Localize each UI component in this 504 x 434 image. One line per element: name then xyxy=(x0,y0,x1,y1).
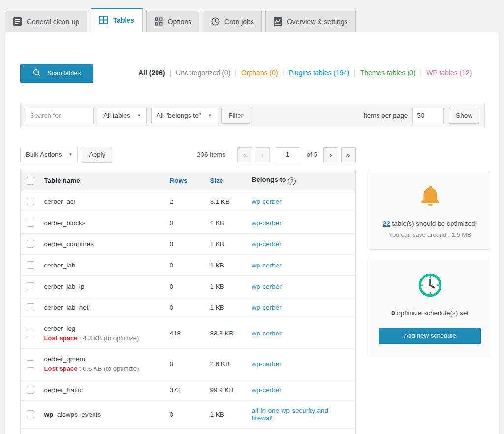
row-count: 0 xyxy=(165,297,205,318)
belongs-to-link[interactable]: all-in-one-wp-security-and-firewall xyxy=(252,407,331,422)
row-checkbox[interactable] xyxy=(27,261,34,269)
table-row: cerber_log Lost space : 4.3 KB (to optim… xyxy=(21,318,356,349)
belongs-to-link[interactable]: wp-cerber xyxy=(252,304,282,311)
bulk-actions-select[interactable]: Bulk Actions ▼ xyxy=(20,147,78,162)
belongs-to-select[interactable]: All "belongs to" ▼ xyxy=(151,108,218,123)
filter-uncategorized-link[interactable]: Uncategorized (0) xyxy=(176,69,230,77)
cron-clock-icon xyxy=(211,17,220,26)
first-page-button[interactable]: « xyxy=(237,147,252,162)
belongs-to-link[interactable]: wp-cerber xyxy=(252,360,282,367)
scan-tables-label: Scan tables xyxy=(47,69,81,77)
table-type-select-value: All tables xyxy=(103,112,130,119)
tab-label: Options xyxy=(168,18,191,26)
table-row: cerber_traffic 372 99.9 KB wp-cerber xyxy=(21,379,356,401)
row-checkbox[interactable] xyxy=(27,330,34,337)
column-header-belongs-to: Belongs to? xyxy=(247,170,356,191)
tab-cron-jobs[interactable]: Cron jobs xyxy=(203,11,262,32)
prev-page-button[interactable]: ‹ xyxy=(255,147,270,162)
main-content: Table name Rows Size Belongs to? cerber_… xyxy=(20,170,499,434)
table-name: cerber_log xyxy=(44,325,76,332)
table-size: 83.3 KB xyxy=(205,318,247,349)
tab-label: General clean-up xyxy=(27,18,79,26)
apply-button[interactable]: Apply xyxy=(82,147,112,162)
chevron-down-icon: ▼ xyxy=(69,152,73,157)
row-checkbox[interactable] xyxy=(27,198,34,205)
optimize-info-box: 22 table(s) should be optimized! You can… xyxy=(370,170,490,250)
clean-up-icon xyxy=(13,17,22,26)
table-name: cerber_traffic xyxy=(44,386,83,394)
filter-wp-tables-link[interactable]: WP tables (12) xyxy=(426,69,472,77)
schedule-info-box: 0 optimize schedule(s) set Add new sched… xyxy=(370,258,490,355)
items-count: 206 items xyxy=(197,151,226,158)
table-type-select[interactable]: All tables ▼ xyxy=(98,108,147,123)
optimize-count-link[interactable]: 22 xyxy=(383,220,390,227)
info-sidebar: 22 table(s) should be optimized! You can… xyxy=(370,170,490,355)
add-new-schedule-button[interactable]: Add new schedule xyxy=(379,328,481,344)
search-icon xyxy=(32,68,41,77)
row-checkbox[interactable] xyxy=(27,360,34,368)
filter-orphans-link[interactable]: Orphans (0) xyxy=(241,69,278,77)
filter-all-link[interactable]: All (206) xyxy=(138,69,165,77)
table-size: 3.1 KB xyxy=(205,191,247,212)
row-count: 418 xyxy=(165,318,205,349)
column-header-rows[interactable]: Rows xyxy=(165,170,205,191)
row-checkbox[interactable] xyxy=(27,303,34,311)
separator: | xyxy=(235,69,237,77)
scan-tables-button[interactable]: Scan tables xyxy=(20,64,93,82)
belongs-to-link[interactable]: wp-cerber xyxy=(252,219,282,227)
separator: | xyxy=(420,69,422,77)
belongs-to-link[interactable]: wp-cerber xyxy=(252,330,282,337)
tables-list: Table name Rows Size Belongs to? cerber_… xyxy=(20,170,356,434)
tab-tables[interactable]: Tables xyxy=(91,8,142,32)
table-name: cerber_lab_ip xyxy=(44,283,85,290)
search-input[interactable] xyxy=(26,108,94,123)
table-size: 1 KB xyxy=(205,255,247,276)
row-count: 0 xyxy=(165,255,205,276)
row-checkbox[interactable] xyxy=(27,219,34,227)
table-row: cerber_lab_net 0 1 KB wp-cerber xyxy=(21,297,356,318)
filter-button[interactable]: Filter xyxy=(221,108,250,123)
row-count: 0 xyxy=(165,234,205,255)
tab-label: Overview & settings xyxy=(287,18,348,26)
filter-themes-tables-link[interactable]: Themes tables (0) xyxy=(360,69,416,77)
row-checkbox[interactable] xyxy=(27,386,34,394)
column-header-table-name[interactable]: Table name xyxy=(39,170,165,191)
belongs-to-link[interactable]: wp-cerber xyxy=(252,386,282,394)
filter-plugins-tables-link[interactable]: Plugins tables (194) xyxy=(288,69,349,77)
row-checkbox[interactable] xyxy=(27,240,34,248)
tab-overview-settings[interactable]: Overview & settings xyxy=(265,11,356,32)
row-count: 0 xyxy=(165,276,205,297)
total-pages-label: of 5 xyxy=(306,151,317,158)
table-header-row: Table name Rows Size Belongs to? xyxy=(21,170,356,191)
options-icon xyxy=(154,17,163,26)
items-per-page-input[interactable] xyxy=(412,108,444,123)
row-count: 0 xyxy=(165,349,205,379)
tables-panel: Scan tables All (206) | Uncategorized (0… xyxy=(5,32,499,434)
belongs-to-link[interactable]: wp-cerber xyxy=(252,262,282,269)
table-row: cerber_qmem Lost space : 0.6 KB (to opti… xyxy=(21,349,356,379)
belongs-to-link[interactable]: wp-cerber xyxy=(252,198,282,205)
show-button[interactable]: Show xyxy=(449,108,479,123)
table-size: 1 KB xyxy=(205,297,247,318)
table-name: cerber_blocks xyxy=(44,219,86,227)
current-page-input[interactable] xyxy=(275,147,300,162)
belongs-to-link[interactable]: wp-cerber xyxy=(252,283,282,290)
tab-options[interactable]: Options xyxy=(146,11,199,32)
table-size: 99.9 KB xyxy=(205,379,247,401)
row-checkbox[interactable] xyxy=(27,410,34,418)
belongs-to-label: Belongs to xyxy=(252,176,286,183)
select-all-checkbox[interactable] xyxy=(27,177,34,185)
lost-space-note: Lost space : 0.6 KB (to optimize) xyxy=(44,365,160,372)
table-size: 2.6 KB xyxy=(205,349,247,379)
help-icon[interactable]: ? xyxy=(288,177,296,185)
belongs-to-link[interactable]: wp-cerber xyxy=(252,240,282,248)
last-page-button[interactable]: » xyxy=(341,147,356,162)
separator: | xyxy=(354,69,356,77)
next-page-button[interactable]: › xyxy=(323,147,338,162)
items-per-page-group: Items per page Show xyxy=(363,108,479,123)
separator: | xyxy=(169,69,171,77)
tab-general-clean-up[interactable]: General clean-up xyxy=(5,11,87,32)
pagination-group: 206 items « ‹ of 5 › » xyxy=(197,147,356,162)
column-header-size[interactable]: Size xyxy=(205,170,247,191)
row-checkbox[interactable] xyxy=(27,282,34,290)
